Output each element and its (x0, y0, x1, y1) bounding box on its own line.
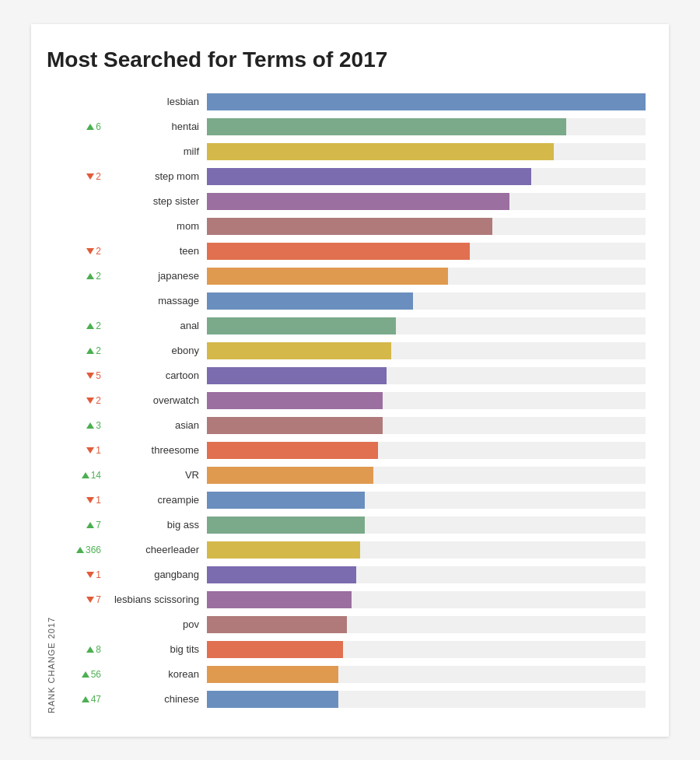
term-label: hentai (106, 121, 207, 132)
term-label: mom (106, 220, 207, 232)
bar-track (207, 193, 646, 210)
rank-value (99, 221, 101, 232)
term-label: threesome (106, 444, 207, 456)
bar-row: 2ebony (61, 340, 646, 362)
rank-value: 2 (96, 345, 101, 356)
bar-row: pov (61, 614, 646, 636)
rank-value: 14 (91, 470, 101, 481)
bar-track (207, 666, 646, 683)
bar-track (207, 417, 646, 434)
bar-row: milf (61, 141, 646, 163)
arrow-up-icon (86, 323, 94, 329)
bar-row: 366cheerleader (61, 539, 646, 561)
rank-value: 2 (96, 395, 101, 406)
bar-track (207, 268, 646, 285)
bar-track (207, 541, 646, 559)
bar-fill (207, 666, 338, 683)
bar-track (207, 566, 646, 583)
rank-value: 2 (96, 246, 101, 257)
bar-row: 2overwatch (61, 390, 646, 412)
bar-fill (207, 467, 373, 484)
arrow-up-icon (82, 472, 89, 478)
arrow-down-icon (86, 497, 94, 503)
bar-fill (207, 243, 470, 260)
term-label: pov (106, 618, 207, 630)
bar-track (207, 616, 646, 633)
term-label: gangbang (106, 569, 207, 580)
bar-fill (207, 268, 448, 285)
arrow-up-icon (86, 522, 94, 528)
term-label: step sister (106, 195, 207, 207)
bar-fill (207, 392, 383, 409)
bar-fill (207, 641, 343, 658)
rank-value: 7 (96, 594, 101, 605)
term-label: lesbians scissoring (106, 594, 207, 605)
bar-fill (207, 118, 566, 135)
rank-value: 3 (96, 420, 101, 431)
bar-fill (207, 93, 646, 110)
term-label: overwatch (106, 394, 207, 406)
term-label: chinese (106, 693, 207, 705)
bar-row: 1threesome (61, 440, 646, 461)
bar-track (207, 367, 646, 384)
rank-value: 2 (96, 320, 101, 331)
term-label: step mom (106, 170, 207, 182)
rank-value: 366 (86, 545, 101, 555)
arrow-up-icon (86, 348, 94, 354)
bar-track (207, 168, 646, 185)
rank-value: 56 (91, 669, 101, 680)
bar-row: 8big tits (61, 639, 646, 660)
bar-fill (207, 517, 365, 534)
rank-value: 47 (91, 694, 101, 705)
rank-value: 1 (96, 445, 101, 456)
bar-track (207, 243, 646, 260)
rank-value: 2 (96, 171, 101, 182)
rank-value: 6 (96, 121, 101, 132)
term-label: massage (106, 295, 207, 306)
arrow-down-icon (86, 398, 94, 404)
bar-fill (207, 691, 338, 708)
bar-track (207, 292, 646, 310)
bar-track (207, 442, 646, 459)
bar-row: 7big ass (61, 514, 646, 536)
bar-fill (207, 342, 391, 359)
arrow-down-icon (86, 173, 94, 180)
arrow-down-icon (86, 447, 94, 454)
arrow-up-icon (82, 696, 89, 702)
bars-section: lesbian6hentai milf2step mom step sister… (61, 91, 646, 713)
bar-row: 6hentai (61, 116, 646, 138)
rank-value: 2 (96, 271, 101, 282)
bar-row: lesbian (61, 91, 646, 113)
term-label: creampie (106, 494, 207, 506)
bar-row: massage (61, 290, 646, 312)
bar-fill (207, 292, 413, 310)
arrow-down-icon (86, 597, 94, 603)
bar-fill (207, 417, 383, 434)
rank-value (99, 619, 101, 630)
rank-value: 1 (96, 495, 101, 506)
bar-track (207, 143, 646, 160)
bar-row: 5cartoon (61, 365, 646, 387)
arrow-down-icon (86, 373, 94, 379)
bar-fill (207, 492, 365, 509)
rank-value (99, 296, 101, 306)
chart-title: Most Searched for Terms of 2017 (47, 47, 646, 72)
term-label: big tits (106, 643, 207, 655)
rank-value (99, 146, 101, 157)
bar-fill (207, 591, 352, 608)
rank-value (99, 96, 101, 107)
arrow-up-icon (86, 124, 94, 130)
arrow-up-icon (76, 547, 84, 553)
bar-row: 14VR (61, 464, 646, 486)
term-label: cheerleader (106, 544, 207, 555)
bar-track (207, 118, 646, 135)
term-label: asian (106, 419, 207, 431)
chart-area: RANK CHANGE 2017 lesbian6hentai milf2ste… (47, 91, 646, 713)
rank-value: 5 (96, 370, 101, 381)
bar-row: 56korean (61, 664, 646, 685)
arrow-up-icon (86, 422, 94, 429)
arrow-up-icon (86, 273, 94, 279)
bar-row: 3asian (61, 415, 646, 436)
term-label: big ass (106, 519, 207, 531)
bar-fill (207, 616, 347, 633)
